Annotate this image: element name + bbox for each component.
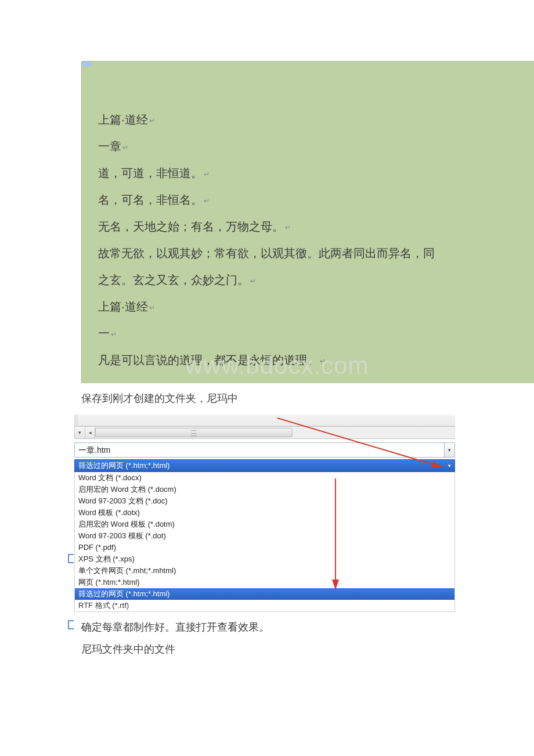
scroll-right-cap [453,426,455,439]
caption-text: 保存到刚才创建的文件夹，尼玛中 [81,391,534,405]
paragraph-mark-icon: ↵ [285,224,291,231]
filetype-combobox[interactable]: 筛选过的网页 (*.htm;*.html) ▾ [74,459,455,472]
caption-text: 确定每章都制作好。直接打开查看效果。 [81,620,534,634]
filetype-option[interactable]: Word 模板 (*.dotx) [75,507,454,519]
paragraph-mark-icon: ↵ [122,144,128,151]
doc-line: 凡是可以言说的道理，都不是永恒的道理。↵ [98,354,534,366]
paragraph-mark-icon: ↵ [204,197,210,204]
filetype-option[interactable]: 单个文件网页 (*.mht;*.mhtml) [75,565,454,577]
doc-line: 无名，天地之始；有名，万物之母。↵ [98,221,534,232]
doc-line: 上篇·道经↵ [98,301,534,312]
horizontal-scrollbar[interactable]: ▾ ◂ [74,426,455,439]
filetype-option[interactable]: Word 97-2003 文档 (*.doc) [75,495,454,507]
filename-dropdown-button[interactable]: ▾ [445,442,455,458]
scroll-thumb[interactable] [95,428,293,437]
save-as-panel: ▾ ◂ 一章.htm ▾ 筛选过的网页 (*.htm;*.html) ▾ Wor… [74,415,455,612]
doc-line: 一章↵ [98,141,534,152]
paragraph-mark-icon: ↵ [149,117,155,124]
filetype-option[interactable]: 网页 (*.htm;*.html) [75,577,454,588]
dialog-header-strip [74,415,455,426]
caption-text: 尼玛文件夹中的文件 [81,642,534,656]
doc-line: 道，可道，非恒道。↵ [98,167,534,179]
filetype-option[interactable]: Word 文档 (*.docx) [75,472,454,484]
filetype-option[interactable]: 启用宏的 Word 文档 (*.docm) [75,484,454,495]
word-document-panel: 上篇·道经↵ 一章↵ 道，可道，非恒道。↵ 名，可名，非恒名。↵ 无名，天地之始… [81,61,534,383]
paragraph-mark-icon: ↵ [204,171,210,178]
filetype-dropdown-button[interactable]: ▾ [444,460,454,471]
filetype-option[interactable]: XPS 文档 (*.xps) [75,553,454,565]
filetype-dropdown-list: Word 文档 (*.docx) 启用宏的 Word 文档 (*.docm) W… [74,472,455,600]
paragraph-mark-icon: ↵ [149,304,155,311]
paragraph-mark-icon: ↵ [250,278,256,285]
filetype-option-highlighted[interactable]: 筛选过的网页 (*.htm;*.html) [75,588,454,600]
paragraph-mark-icon: ↵ [111,331,117,338]
doc-line: 上篇·道经↵ [98,114,534,125]
selection-strip [82,62,92,66]
paragraph-mark-icon: ↵ [320,358,326,365]
scroll-track[interactable] [95,426,453,439]
doc-line: 名，可名，非恒名。↵ [98,194,534,206]
filetype-option[interactable]: RTF 格式 (*.rtf) [74,600,455,612]
filetype-option[interactable]: PDF (*.pdf) [75,542,454,553]
doc-line: 一↵ [98,327,534,339]
scrollbar-menu-button[interactable]: ▾ [74,426,85,439]
filetype-option[interactable]: Word 97-2003 模板 (*.dot) [75,530,454,542]
filetype-selected-label: 筛选过的网页 (*.htm;*.html) [78,460,169,471]
doc-line: 之玄。玄之又玄，众妙之门。↵ [98,274,534,286]
filetype-option[interactable]: 启用宏的 Word 模板 (*.dotm) [75,519,454,530]
filename-value: 一章.htm [78,445,110,455]
bracket-marker-icon [68,554,74,563]
filename-input[interactable]: 一章.htm [74,442,445,458]
scroll-left-button[interactable]: ◂ [85,426,95,439]
doc-line: 故常无欲，以观其妙；常有欲，以观其徼。此两者同出而异名，同 [98,247,534,259]
document-body: 上篇·道经↵ 一章↵ 道，可道，非恒道。↵ 名，可名，非恒名。↵ 无名，天地之始… [82,62,534,366]
bracket-marker-icon [68,620,74,629]
filename-row: 一章.htm ▾ [74,442,455,458]
